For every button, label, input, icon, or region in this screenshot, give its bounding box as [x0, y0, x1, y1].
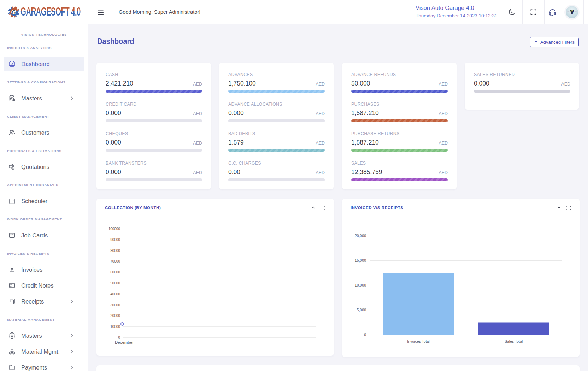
svg-text:G: G: [12, 9, 16, 15]
svg-text:70000: 70000: [110, 259, 120, 263]
svg-text:10,000: 10,000: [355, 283, 366, 287]
svg-text:40000: 40000: [110, 292, 120, 296]
svg-text:50000: 50000: [110, 281, 120, 285]
svg-text:0: 0: [118, 336, 120, 340]
svg-text:10000: 10000: [110, 325, 120, 329]
svg-text:90000: 90000: [110, 238, 120, 242]
svg-text:0: 0: [364, 332, 366, 337]
svg-text:December: December: [115, 340, 134, 344]
svg-text:30000: 30000: [110, 303, 120, 307]
svg-text:Sales Total: Sales Total: [505, 339, 523, 343]
svg-text:20,000: 20,000: [355, 234, 366, 238]
svg-text:60000: 60000: [110, 270, 120, 274]
svg-text:5,000: 5,000: [357, 308, 366, 312]
svg-text:15,000: 15,000: [355, 258, 366, 263]
svg-text:20000: 20000: [110, 314, 120, 318]
svg-text:80000: 80000: [110, 249, 120, 253]
svg-text:100000: 100000: [108, 227, 120, 231]
svg-text:Invoices Total: Invoices Total: [407, 339, 429, 343]
